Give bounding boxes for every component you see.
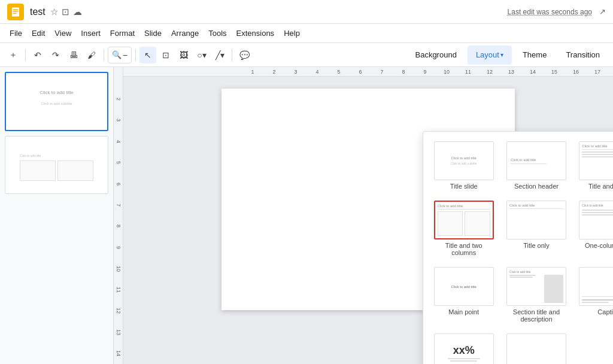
select-tool-btn[interactable]: ↖ bbox=[139, 47, 156, 63]
ruler-17: 17 bbox=[587, 69, 608, 75]
last-edit-label: Last edit was seconds ago bbox=[508, 8, 592, 16]
sep1 bbox=[25, 49, 26, 61]
layout-label-caption: Caption bbox=[597, 308, 613, 316]
doc-title[interactable]: test bbox=[30, 7, 45, 17]
zoom-btn[interactable]: 🔍 ‒ bbox=[108, 47, 132, 63]
ruler-12: 12 bbox=[479, 69, 500, 75]
menu-view[interactable]: View bbox=[50, 26, 76, 40]
print-btn[interactable]: 🖶 bbox=[65, 47, 82, 63]
sep2 bbox=[104, 49, 104, 61]
ruler-11: 11 bbox=[457, 69, 479, 75]
ruler-18: 18 bbox=[608, 69, 613, 75]
layout-thumb-title-only: Click to add title bbox=[506, 201, 566, 239]
menu-arrange[interactable]: Arrange bbox=[166, 26, 204, 40]
slides-panel: 1 Click to add title Click to add subtit… bbox=[0, 67, 114, 364]
paint-format-btn[interactable]: 🖌 bbox=[83, 47, 100, 63]
title-icons: ☆ ⊡ ☁ bbox=[50, 7, 82, 17]
menu-slide[interactable]: Slide bbox=[139, 26, 166, 40]
image-btn[interactable]: 🖼 bbox=[175, 47, 192, 63]
ruler-v-12: 12 bbox=[114, 301, 123, 321]
ruler-v-10: 10 bbox=[114, 258, 123, 279]
title-bar: test ☆ ⊡ ☁ Last edit was seconds ago ↗ bbox=[0, 0, 613, 24]
layout-thumb-blank bbox=[506, 333, 566, 364]
svg-rect-1 bbox=[13, 9, 19, 10]
background-btn[interactable]: Background bbox=[406, 46, 465, 65]
line-btn[interactable]: ╱▾ bbox=[211, 47, 228, 63]
layout-section-title-desc[interactable]: Click to add title Section title anddesc… bbox=[503, 265, 569, 325]
layout-label-section-header: Section header bbox=[514, 183, 559, 190]
layout-grid: Click to add title Click to add subtitle… bbox=[430, 139, 613, 364]
ruler-7: 7 bbox=[371, 69, 393, 75]
ruler-v-8: 8 bbox=[114, 216, 123, 236]
theme-btn[interactable]: Theme bbox=[514, 46, 555, 65]
slide-thumb-1[interactable]: Click to add title Click to add subtitle bbox=[5, 72, 108, 131]
menu-tools[interactable]: Tools bbox=[204, 26, 231, 40]
zoom-label: ‒ bbox=[123, 50, 128, 59]
ruler-16: 16 bbox=[565, 69, 587, 75]
ruler-13: 13 bbox=[500, 69, 522, 75]
text-box-btn[interactable]: ⊡ bbox=[157, 47, 174, 63]
layout-main-point[interactable]: Click to add title Main point bbox=[430, 265, 497, 325]
layout-btn[interactable]: Layout ▾ bbox=[468, 46, 512, 65]
layout-dropdown-icon: ▾ bbox=[500, 51, 503, 58]
comment-btn[interactable]: 💬 bbox=[236, 47, 253, 63]
ruler-v-11: 11 bbox=[114, 279, 123, 300]
main-area: 1 Click to add title Click to add subtit… bbox=[0, 67, 613, 364]
toolbar: ＋ ↶ ↷ 🖶 🖌 🔍 ‒ ↖ ⊡ 🖼 ○▾ ╱▾ 💬 Background L… bbox=[0, 43, 613, 67]
folder-icon[interactable]: ⊡ bbox=[62, 7, 69, 17]
undo-btn[interactable]: ↶ bbox=[29, 47, 46, 63]
layout-label-title-slide: Title slide bbox=[450, 183, 478, 190]
ruler-6: 6 bbox=[350, 69, 371, 75]
cloud-icon[interactable]: ☁ bbox=[73, 7, 82, 17]
layout-section-header[interactable]: Click to add title Section header bbox=[503, 139, 569, 192]
layout-thumb-big-number: xx% bbox=[434, 333, 494, 364]
trend-icon: ↗ bbox=[599, 7, 606, 16]
star-icon[interactable]: ☆ bbox=[50, 7, 58, 17]
menu-help[interactable]: Help bbox=[279, 26, 305, 40]
menu-file[interactable]: File bbox=[5, 26, 27, 40]
layout-thumb-section-header: Click to add title bbox=[506, 141, 566, 180]
sep4 bbox=[232, 49, 232, 61]
layout-big-number[interactable]: xx% Big number bbox=[430, 331, 497, 364]
layout-one-column-text[interactable]: Click to add title One-column text bbox=[576, 198, 613, 259]
ruler-9: 9 bbox=[414, 69, 436, 75]
svg-rect-3 bbox=[13, 13, 17, 14]
redo-btn[interactable]: ↷ bbox=[47, 47, 64, 63]
transition-btn[interactable]: Transition bbox=[557, 46, 608, 65]
ruler-vertical: 2 3 4 5 6 7 8 9 10 11 12 13 14 bbox=[114, 67, 123, 364]
layout-thumb-one-column-text: Click to add title bbox=[579, 201, 613, 239]
ruler-v-2: 2 bbox=[114, 89, 123, 110]
ruler-v-5: 5 bbox=[114, 152, 123, 173]
layout-title-slide[interactable]: Click to add title Click to add subtitle… bbox=[430, 139, 497, 192]
layout-title-two-columns[interactable]: Click to add title Title and two columns bbox=[430, 198, 497, 259]
ruler-v-9: 9 bbox=[114, 237, 123, 258]
ruler-4: 4 bbox=[306, 69, 328, 75]
add-slide-btn[interactable]: ＋ bbox=[5, 47, 22, 63]
slide-thumb-2[interactable]: Click to add title bbox=[5, 136, 108, 194]
layout-thumb-title-slide: Click to add title Click to add subtitle bbox=[434, 141, 494, 180]
layout-title-body[interactable]: Click to add title Title and body bbox=[576, 139, 613, 192]
ruler-v-header bbox=[114, 79, 123, 89]
layout-thumb-title-body: Click to add title bbox=[579, 141, 613, 180]
ruler-1: 1 bbox=[242, 69, 263, 75]
layout-thumb-caption bbox=[579, 267, 613, 306]
menu-insert[interactable]: Insert bbox=[76, 26, 105, 40]
zoom-icon: 🔍 bbox=[112, 50, 122, 59]
layout-title-only[interactable]: Click to add title Title only bbox=[503, 198, 569, 259]
menu-format[interactable]: Format bbox=[105, 26, 139, 40]
ruler-2: 2 bbox=[263, 69, 285, 75]
shape-btn[interactable]: ○▾ bbox=[193, 47, 210, 63]
ruler-v-4: 4 bbox=[114, 131, 123, 152]
layout-blank[interactable]: Blank bbox=[503, 331, 569, 364]
ruler-v-7: 7 bbox=[114, 195, 123, 216]
ruler-14: 14 bbox=[522, 69, 544, 75]
menu-edit[interactable]: Edit bbox=[27, 26, 50, 40]
ruler-marks: 1 2 3 4 5 6 7 8 9 10 11 12 13 14 15 16 1… bbox=[237, 69, 613, 75]
menu-bar: File Edit View Insert Format Slide Arran… bbox=[0, 24, 613, 43]
menu-extensions[interactable]: Extensions bbox=[232, 26, 280, 40]
ruler-5: 5 bbox=[328, 69, 350, 75]
ruler-v-13: 13 bbox=[114, 321, 123, 342]
layout-label-main-point: Main point bbox=[448, 308, 479, 316]
layout-caption[interactable]: Caption bbox=[576, 265, 613, 325]
ruler-v-3: 3 bbox=[114, 110, 123, 131]
